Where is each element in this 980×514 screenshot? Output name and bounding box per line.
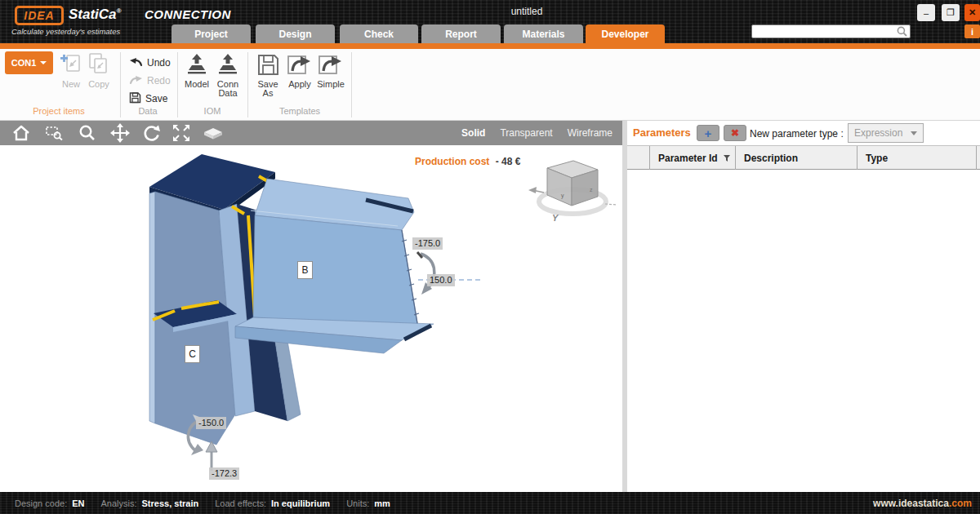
title-bar: IDEA StatiCa® Calculate yesterday's esti… [0, 0, 980, 43]
copy-item-button[interactable]: Copy [85, 52, 113, 89]
cube-face-y-label: y [561, 193, 564, 199]
model-canvas[interactable]: Y y z Production cost - 48 € -175.0 150.… [0, 145, 622, 492]
idea-logo: IDEA [15, 6, 64, 25]
view-mode-transparent[interactable]: Transparent [500, 127, 552, 139]
chevron-down-icon [911, 131, 917, 135]
status-units: Units:mm [346, 498, 390, 508]
zoom-window-icon[interactable] [46, 126, 64, 141]
registered-mark: ® [117, 7, 122, 15]
save-as-button[interactable]: Save As [253, 52, 283, 98]
production-cost-value: - 48 € [496, 156, 521, 167]
tab-developer[interactable]: Developer [586, 24, 665, 43]
delete-parameter-button[interactable]: ✖ [724, 125, 746, 141]
group-label-data: Data [122, 106, 173, 116]
tab-materials[interactable]: Materials [504, 24, 583, 43]
status-design-code: Design code:EN [15, 498, 85, 508]
parameters-header-bar: Parameters + ✖ New parameter type : Expr… [627, 121, 980, 145]
parameters-table-body[interactable] [627, 170, 980, 492]
viewport-3d[interactable]: Solid Transparent Wireframe [0, 121, 622, 492]
new-parameter-type-label: New parameter type : [750, 128, 844, 140]
solid-brick-icon[interactable] [203, 126, 224, 140]
redo-button[interactable]: Redo [129, 73, 171, 88]
info-button[interactable]: i [964, 24, 980, 38]
minimize-icon: – [924, 8, 929, 18]
parameters-title: Parameters [633, 126, 691, 139]
apply-template-button[interactable]: Apply [284, 52, 315, 89]
app-window: IDEA StatiCa® Calculate yesterday's esti… [0, 0, 980, 514]
ribbon-separator [177, 52, 178, 117]
statica-logo-text: StatiCa® [69, 7, 121, 23]
rotate-icon[interactable] [142, 124, 161, 143]
search-input[interactable] [752, 26, 897, 37]
website-link[interactable]: www.ideastatica.com [873, 498, 972, 509]
accent-strip [0, 43, 980, 49]
home-view-icon[interactable] [11, 124, 31, 142]
new-item-button[interactable]: New [57, 52, 85, 89]
load-value-shear-top: 150.0 [427, 274, 455, 286]
load-value-normal-bottom: -172.3 [209, 467, 239, 480]
navigation-cube[interactable]: Y y z [528, 161, 617, 223]
add-parameter-button[interactable]: + [697, 125, 719, 141]
search-icon[interactable] [897, 26, 907, 37]
tab-project[interactable]: Project [172, 24, 251, 43]
chevron-down-icon [40, 61, 47, 64]
model-button[interactable]: Model [183, 52, 211, 89]
conn-data-button[interactable]: Conn Data [214, 52, 242, 98]
status-analysis: Analysis:Stress, strain [101, 498, 199, 508]
load-value-moment-bottom: -150.0 [196, 417, 226, 429]
ribbon: CON1 New [0, 49, 980, 121]
simple-template-button[interactable]: Simple [315, 52, 346, 89]
group-label-templates: Templates [253, 106, 346, 116]
tab-check[interactable]: Check [340, 24, 418, 43]
save-icon [129, 91, 141, 106]
workspace: Solid Transparent Wireframe [0, 121, 980, 492]
connection-selector-button[interactable]: CON1 [5, 51, 53, 74]
redo-icon [129, 75, 143, 87]
status-load-effects: Load effects:In equilibrium [215, 498, 330, 508]
zoom-fit-icon[interactable] [172, 123, 191, 143]
new-item-icon [57, 52, 85, 80]
simple-icon [315, 52, 346, 80]
minimize-button[interactable]: – [917, 4, 935, 21]
column-header-description[interactable]: Description [736, 146, 858, 171]
close-icon: ✕ [969, 7, 976, 18]
apply-icon [284, 52, 315, 80]
save-as-icon [253, 52, 283, 80]
pan-icon[interactable] [109, 122, 131, 144]
load-value-moment-top: -175.0 [412, 237, 443, 250]
beam-member-label[interactable]: B [297, 261, 313, 279]
column-header-type[interactable]: Type [858, 146, 977, 171]
search-box[interactable] [751, 24, 911, 38]
ribbon-separator [120, 52, 121, 117]
tab-report[interactable]: Report [421, 24, 501, 43]
view-mode-solid[interactable]: Solid [461, 127, 485, 139]
maximize-button[interactable]: ❐ [942, 4, 960, 21]
zoom-icon[interactable] [78, 124, 96, 142]
ribbon-separator [351, 52, 352, 117]
cube-face-z-label: z [590, 187, 593, 193]
product-name: CONNECTION [145, 7, 231, 21]
column-header-parameter-id[interactable]: Parameter Id [650, 146, 736, 171]
status-bar: Design code:EN Analysis:Stress, strain L… [0, 492, 980, 514]
model-export-icon [183, 52, 211, 80]
tab-design[interactable]: Design [256, 24, 335, 43]
production-cost-label: Production cost [415, 156, 489, 167]
parameter-type-value: Expression [849, 127, 911, 139]
view-mode-switch: Solid Transparent Wireframe [461, 121, 612, 145]
ribbon-separator [247, 52, 248, 117]
document-title: untitled [511, 6, 543, 17]
group-label-project-items: Project items [5, 106, 113, 116]
view-mode-wireframe[interactable]: Wireframe [568, 127, 612, 139]
save-button[interactable]: Save [129, 91, 167, 106]
conn-data-export-icon [214, 52, 242, 80]
moment-arrow-top [417, 252, 434, 295]
tagline: Calculate yesterday's estimates [11, 27, 120, 36]
column-header-filler [977, 146, 980, 171]
filter-icon[interactable] [723, 154, 731, 162]
logo-text: IDEA [24, 9, 54, 22]
column-member-label[interactable]: C [185, 345, 200, 363]
parameter-type-dropdown[interactable]: Expression [848, 123, 924, 143]
undo-icon [129, 57, 143, 69]
undo-button[interactable]: Undo [129, 55, 171, 70]
close-button[interactable]: ✕ [964, 4, 980, 21]
